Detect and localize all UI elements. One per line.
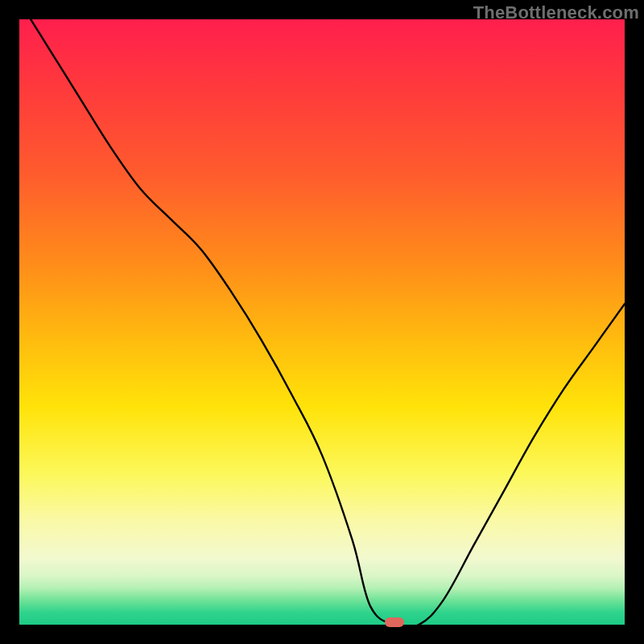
plot-area bbox=[19, 19, 625, 625]
optimal-marker bbox=[385, 617, 404, 627]
watermark-text: TheBottleneck.com bbox=[473, 2, 639, 23]
bottleneck-curve bbox=[19, 19, 625, 625]
chart-container: TheBottleneck.com bbox=[0, 0, 644, 644]
